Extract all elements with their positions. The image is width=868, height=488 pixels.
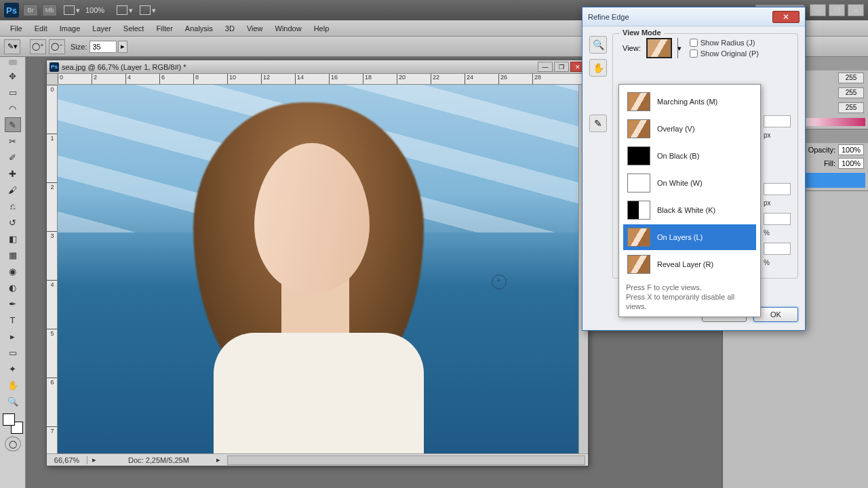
view-mode-dropdown: Marching Ants (M)Overlay (V)On Black (B)…: [618, 84, 761, 317]
refine-radius-tool-icon[interactable]: ✎: [589, 115, 607, 132]
menu-analysis[interactable]: Analysis: [179, 24, 219, 33]
color-swatches[interactable]: [3, 413, 23, 434]
ruler-vertical[interactable]: 01234567: [47, 85, 58, 453]
menu-view[interactable]: View: [241, 24, 269, 33]
smooth-field[interactable]: [764, 183, 791, 195]
dialog-title: Refine Edge: [588, 13, 772, 21]
arrange-documents[interactable]: ▾: [64, 5, 80, 15]
dialog-titlebar[interactable]: Refine Edge ✕: [583, 7, 805, 26]
color-g-value[interactable]: 255: [838, 87, 864, 98]
color-b-value[interactable]: 255: [838, 102, 864, 113]
history-brush-tool[interactable]: ↺: [5, 215, 21, 230]
brush-size-input[interactable]: [90, 41, 117, 53]
screen-mode[interactable]: ▾: [117, 5, 133, 15]
scrollbar-horizontal[interactable]: [227, 455, 585, 465]
menu-3d[interactable]: 3D: [219, 24, 241, 33]
quick-selection-tool[interactable]: ✎: [5, 117, 21, 132]
view-mode-option[interactable]: Marching Ants (M): [623, 89, 756, 115]
type-tool[interactable]: T: [5, 312, 21, 327]
path-selection-tool[interactable]: ▸: [5, 329, 21, 344]
refine-edge-fields: px px % %: [764, 115, 791, 268]
menu-edit[interactable]: Edit: [28, 24, 54, 33]
extras-menu[interactable]: ▾: [140, 5, 156, 15]
move-tool[interactable]: ✥: [5, 68, 21, 83]
menu-help[interactable]: Help: [308, 24, 336, 33]
view-mode-option[interactable]: Black & White (K): [623, 197, 756, 223]
pen-tool[interactable]: ✒: [5, 296, 21, 311]
ruler-horizontal[interactable]: 0246810121416182022242628: [58, 74, 588, 85]
dodge-tool[interactable]: ◐: [5, 280, 21, 295]
show-original-checkbox[interactable]: Show Original (P): [690, 49, 759, 58]
view-label: View:: [623, 44, 641, 52]
image-content: [180, 89, 437, 441]
menu-window[interactable]: Window: [269, 24, 308, 33]
gradient-tool[interactable]: ▦: [5, 247, 21, 262]
brush-size-label: Size:: [71, 43, 87, 51]
crop-tool[interactable]: ✂: [5, 134, 21, 148]
zoom-tool[interactable]: 🔍: [5, 394, 21, 409]
zoom-tool-icon[interactable]: 🔍: [589, 36, 607, 54]
tool-preset-picker[interactable]: ✎▾: [4, 39, 20, 54]
document-maximize-button[interactable]: ❐: [554, 62, 569, 72]
quick-selection-add-icon[interactable]: ◯⁺: [30, 39, 46, 54]
color-r-value[interactable]: 255: [838, 73, 864, 83]
status-zoom[interactable]: 66,67%: [47, 456, 87, 464]
eraser-tool[interactable]: ◧: [5, 231, 21, 246]
feather-field[interactable]: [764, 213, 791, 225]
healing-brush-tool[interactable]: ✚: [5, 166, 21, 181]
blur-tool[interactable]: ◉: [5, 264, 21, 279]
hand-tool-icon[interactable]: ✋: [589, 59, 607, 77]
view-mode-option[interactable]: On Layers (L): [623, 224, 756, 250]
fill-label: Fill:: [824, 159, 835, 167]
zoom-level[interactable]: 100%: [85, 6, 104, 14]
document-titlebar[interactable]: Ps sea.jpg @ 66,7% (Layer 1, RGB/8#) * —…: [47, 60, 588, 74]
view-mode-option[interactable]: On Black (B): [623, 143, 756, 169]
brush-size-stepper[interactable]: ▸: [118, 41, 127, 53]
view-mode-picker[interactable]: [646, 38, 672, 58]
minibridge-button[interactable]: Mb: [42, 4, 57, 16]
dropdown-hint-1: Press F to cycle views.: [626, 283, 753, 292]
app-restore-button[interactable]: ❐: [829, 4, 845, 16]
canvas[interactable]: [58, 85, 578, 453]
view-mode-legend: View Mode: [620, 28, 664, 37]
app-minimize-button[interactable]: —: [810, 4, 826, 16]
view-mode-option[interactable]: Overlay (V): [623, 116, 756, 142]
hand-tool[interactable]: ✋: [5, 378, 21, 392]
quick-selection-subtract-icon[interactable]: ◯⁻: [49, 39, 65, 54]
status-doc-info[interactable]: Doc: 2,25M/5,25M: [101, 456, 216, 464]
document-statusbar: 66,67% ▸ Doc: 2,25M/5,25M ▸: [47, 453, 588, 466]
3d-tool[interactable]: ✦: [5, 361, 21, 376]
clone-stamp-tool[interactable]: ⎌: [5, 199, 21, 214]
menu-layer[interactable]: Layer: [86, 24, 117, 33]
view-mode-option[interactable]: Reveal Layer (R): [623, 251, 756, 277]
menu-filter[interactable]: Filter: [150, 24, 178, 33]
marquee-tool[interactable]: ▭: [5, 85, 21, 100]
app-close-button[interactable]: ✕: [848, 4, 864, 16]
dialog-close-button[interactable]: ✕: [772, 11, 800, 23]
opacity-value[interactable]: 100%: [838, 144, 864, 155]
show-radius-checkbox[interactable]: Show Radius (J): [690, 39, 759, 47]
radius-field[interactable]: [764, 115, 791, 127]
brush-cursor-icon: [492, 274, 507, 289]
menu-file[interactable]: File: [4, 24, 28, 33]
fill-value[interactable]: 100%: [838, 158, 864, 169]
toolbox-grip[interactable]: [9, 60, 17, 65]
document-icon: Ps: [50, 62, 59, 72]
opacity-label: Opacity:: [808, 146, 835, 154]
document-minimize-button[interactable]: —: [538, 62, 553, 72]
bridge-button[interactable]: Br: [23, 4, 38, 16]
quick-mask-toggle[interactable]: ◯: [5, 436, 21, 451]
lasso-tool[interactable]: ◠: [5, 101, 21, 116]
menu-select[interactable]: Select: [117, 24, 151, 33]
view-mode-option[interactable]: On White (W): [623, 170, 756, 196]
brush-tool[interactable]: 🖌: [5, 182, 21, 197]
menu-image[interactable]: Image: [54, 24, 87, 33]
foreground-color[interactable]: [3, 413, 15, 426]
eyedropper-tool[interactable]: ✐: [5, 150, 21, 165]
document-window: Ps sea.jpg @ 66,7% (Layer 1, RGB/8#) * —…: [46, 60, 589, 466]
dropdown-hint-2: Press X to temporarily disable all views…: [626, 292, 753, 311]
app-logo: Ps: [4, 3, 19, 18]
chevron-down-icon[interactable]: ▾: [677, 38, 682, 58]
shape-tool[interactable]: ▭: [5, 345, 21, 360]
contrast-field[interactable]: [764, 243, 791, 255]
